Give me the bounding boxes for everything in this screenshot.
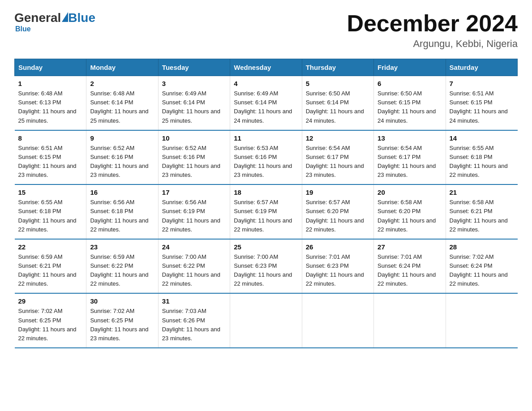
day-number: 20 [378,188,442,196]
calendar-day-cell: 13 Sunrise: 6:54 AM Sunset: 6:17 PM Dayl… [374,130,446,185]
day-info: Sunrise: 6:59 AM Sunset: 6:21 PM Dayligh… [18,253,83,289]
day-info: Sunrise: 6:51 AM Sunset: 6:15 PM Dayligh… [18,144,83,180]
day-info: Sunrise: 6:50 AM Sunset: 6:15 PM Dayligh… [378,89,442,125]
calendar-day-cell: 2 Sunrise: 6:48 AM Sunset: 6:14 PM Dayli… [86,76,158,130]
calendar-week-row: 15 Sunrise: 6:55 AM Sunset: 6:18 PM Dayl… [15,184,518,239]
calendar-week-row: 22 Sunrise: 6:59 AM Sunset: 6:21 PM Dayl… [15,239,518,294]
col-sunday: Sunday [15,59,86,76]
day-number: 22 [18,243,83,251]
day-info: Sunrise: 7:02 AM Sunset: 6:25 PM Dayligh… [18,307,83,343]
calendar-header-row: Sunday Monday Tuesday Wednesday Thursday… [15,59,518,76]
col-tuesday: Tuesday [158,59,230,76]
day-number: 23 [90,243,154,251]
logo-general-text: General [14,11,61,25]
day-number: 4 [234,80,298,87]
day-number: 6 [378,80,442,87]
day-info: Sunrise: 6:52 AM Sunset: 6:16 PM Dayligh… [90,144,154,180]
day-number: 30 [90,297,154,305]
day-number: 2 [90,80,154,87]
calendar-day-cell: 4 Sunrise: 6:49 AM Sunset: 6:14 PM Dayli… [230,76,302,130]
day-info: Sunrise: 7:01 AM Sunset: 6:23 PM Dayligh… [306,253,370,289]
day-number: 13 [378,134,442,142]
day-number: 27 [378,243,442,251]
calendar-day-cell: 16 Sunrise: 6:56 AM Sunset: 6:18 PM Dayl… [86,184,158,239]
logo-triangle-icon [62,12,68,22]
day-info: Sunrise: 6:56 AM Sunset: 6:18 PM Dayligh… [90,198,154,234]
calendar-day-cell: 9 Sunrise: 6:52 AM Sunset: 6:16 PM Dayli… [86,130,158,185]
calendar-day-cell: 27 Sunrise: 7:01 AM Sunset: 6:24 PM Dayl… [374,239,446,294]
day-info: Sunrise: 6:57 AM Sunset: 6:20 PM Dayligh… [306,198,370,234]
day-number: 12 [306,134,370,142]
calendar-day-cell: 17 Sunrise: 6:56 AM Sunset: 6:19 PM Dayl… [158,184,230,239]
calendar-day-cell: 6 Sunrise: 6:50 AM Sunset: 6:15 PM Dayli… [374,76,446,130]
day-info: Sunrise: 7:00 AM Sunset: 6:23 PM Dayligh… [234,253,298,289]
day-info: Sunrise: 6:59 AM Sunset: 6:22 PM Dayligh… [90,253,154,289]
calendar-week-row: 1 Sunrise: 6:48 AM Sunset: 6:13 PM Dayli… [15,76,518,130]
day-number: 28 [450,243,514,251]
calendar-day-cell: 12 Sunrise: 6:54 AM Sunset: 6:17 PM Dayl… [302,130,373,185]
day-info: Sunrise: 6:58 AM Sunset: 6:21 PM Dayligh… [450,198,514,234]
calendar-week-row: 8 Sunrise: 6:51 AM Sunset: 6:15 PM Dayli… [15,130,518,185]
col-saturday: Saturday [446,59,517,76]
page-header: General Blue Blue December 2024 Argungu,… [14,11,518,50]
calendar-table: Sunday Monday Tuesday Wednesday Thursday… [14,59,518,348]
day-number: 9 [90,134,154,142]
calendar-day-cell: 10 Sunrise: 6:52 AM Sunset: 6:16 PM Dayl… [158,130,230,185]
calendar-day-cell: 8 Sunrise: 6:51 AM Sunset: 6:15 PM Dayli… [15,130,86,185]
day-number: 10 [162,134,226,142]
day-number: 29 [18,297,83,305]
calendar-day-cell: 30 Sunrise: 7:02 AM Sunset: 6:25 PM Dayl… [86,293,158,348]
calendar-day-cell [230,293,302,348]
month-title: December 2024 [347,11,518,36]
col-wednesday: Wednesday [230,59,302,76]
day-number: 16 [90,188,154,196]
day-info: Sunrise: 6:50 AM Sunset: 6:14 PM Dayligh… [306,89,370,125]
calendar-day-cell: 3 Sunrise: 6:49 AM Sunset: 6:14 PM Dayli… [158,76,230,130]
calendar-day-cell: 25 Sunrise: 7:00 AM Sunset: 6:23 PM Dayl… [230,239,302,294]
calendar-day-cell: 22 Sunrise: 6:59 AM Sunset: 6:21 PM Dayl… [15,239,86,294]
calendar-day-cell: 21 Sunrise: 6:58 AM Sunset: 6:21 PM Dayl… [446,184,517,239]
day-number: 11 [234,134,298,142]
calendar-day-cell: 29 Sunrise: 7:02 AM Sunset: 6:25 PM Dayl… [15,293,86,348]
day-info: Sunrise: 6:48 AM Sunset: 6:14 PM Dayligh… [90,89,154,125]
day-info: Sunrise: 6:57 AM Sunset: 6:19 PM Dayligh… [234,198,298,234]
calendar-day-cell: 26 Sunrise: 7:01 AM Sunset: 6:23 PM Dayl… [302,239,373,294]
calendar-day-cell [374,293,446,348]
logo-blue-text: Blue [68,11,95,25]
calendar-day-cell: 19 Sunrise: 6:57 AM Sunset: 6:20 PM Dayl… [302,184,373,239]
day-number: 15 [18,188,83,196]
logo: General Blue Blue [14,11,95,33]
calendar-day-cell: 31 Sunrise: 7:03 AM Sunset: 6:26 PM Dayl… [158,293,230,348]
day-number: 25 [234,243,298,251]
day-info: Sunrise: 6:54 AM Sunset: 6:17 PM Dayligh… [306,144,370,180]
logo-subtitle: Blue [15,25,31,33]
location-title: Argungu, Kebbi, Nigeria [347,38,518,50]
day-info: Sunrise: 6:56 AM Sunset: 6:19 PM Dayligh… [162,198,226,234]
day-number: 7 [450,80,514,87]
day-info: Sunrise: 6:51 AM Sunset: 6:15 PM Dayligh… [450,89,514,125]
calendar-day-cell: 15 Sunrise: 6:55 AM Sunset: 6:18 PM Dayl… [15,184,86,239]
calendar-day-cell [302,293,373,348]
day-info: Sunrise: 7:03 AM Sunset: 6:26 PM Dayligh… [162,307,226,343]
calendar-day-cell: 11 Sunrise: 6:53 AM Sunset: 6:16 PM Dayl… [230,130,302,185]
calendar-week-row: 29 Sunrise: 7:02 AM Sunset: 6:25 PM Dayl… [15,293,518,348]
col-friday: Friday [374,59,446,76]
day-info: Sunrise: 7:00 AM Sunset: 6:22 PM Dayligh… [162,253,226,289]
calendar-day-cell: 18 Sunrise: 6:57 AM Sunset: 6:19 PM Dayl… [230,184,302,239]
day-info: Sunrise: 6:48 AM Sunset: 6:13 PM Dayligh… [18,89,83,125]
day-number: 17 [162,188,226,196]
calendar-day-cell: 28 Sunrise: 7:02 AM Sunset: 6:24 PM Dayl… [446,239,517,294]
day-number: 14 [450,134,514,142]
title-block: December 2024 Argungu, Kebbi, Nigeria [347,11,518,50]
day-info: Sunrise: 6:55 AM Sunset: 6:18 PM Dayligh… [450,144,514,180]
day-info: Sunrise: 6:54 AM Sunset: 6:17 PM Dayligh… [378,144,442,180]
day-number: 24 [162,243,226,251]
calendar-day-cell: 20 Sunrise: 6:58 AM Sunset: 6:20 PM Dayl… [374,184,446,239]
day-info: Sunrise: 6:55 AM Sunset: 6:18 PM Dayligh… [18,198,83,234]
day-info: Sunrise: 6:58 AM Sunset: 6:20 PM Dayligh… [378,198,442,234]
day-number: 31 [162,297,226,305]
day-number: 21 [450,188,514,196]
calendar-day-cell: 24 Sunrise: 7:00 AM Sunset: 6:22 PM Dayl… [158,239,230,294]
day-number: 1 [18,80,83,87]
day-info: Sunrise: 6:53 AM Sunset: 6:16 PM Dayligh… [234,144,298,180]
